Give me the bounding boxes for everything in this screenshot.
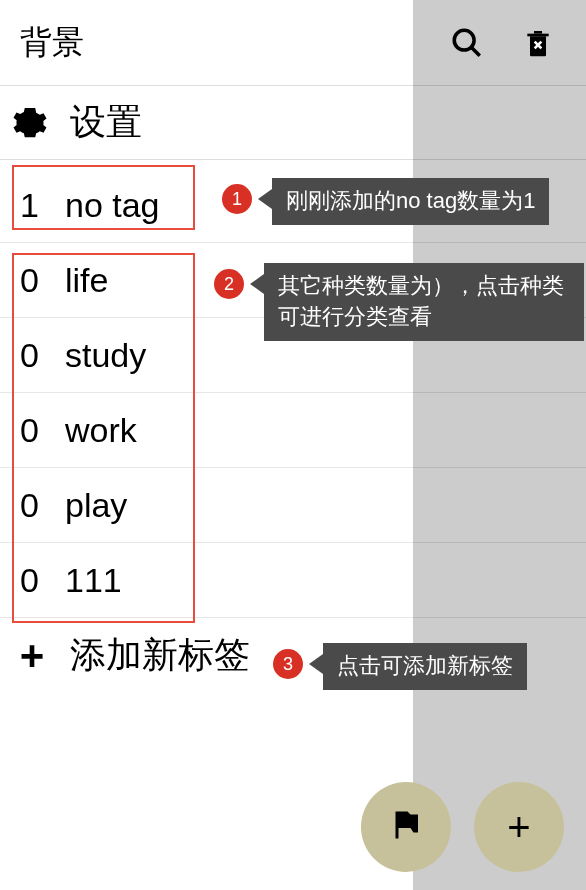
settings-row[interactable]: 设置 [0, 85, 586, 160]
tag-count: 0 [20, 411, 65, 450]
search-icon[interactable] [449, 25, 485, 61]
svg-line-1 [471, 47, 480, 56]
callout-text: 点击可添加新标签 [323, 643, 527, 690]
callout-badge: 3 [273, 649, 303, 679]
callout-arrow [258, 189, 272, 209]
tag-list: 1 no tag 0 life 0 study 0 work 0 play 0 … [0, 160, 586, 618]
tag-count: 1 [20, 186, 65, 225]
tag-row-play[interactable]: 0 play [0, 468, 586, 543]
callout-3: 3 点击可添加新标签 [273, 643, 527, 690]
tag-name: 111 [65, 561, 122, 600]
callout-badge: 2 [214, 269, 244, 299]
tag-count: 0 [20, 486, 65, 525]
fab-add-button[interactable]: + [474, 782, 564, 872]
tag-name: work [65, 411, 137, 450]
callout-arrow [250, 274, 264, 294]
gear-icon [12, 105, 48, 141]
tag-row-111[interactable]: 0 111 [0, 543, 586, 618]
tag-row-work[interactable]: 0 work [0, 393, 586, 468]
svg-point-0 [454, 30, 474, 50]
callout-badge: 1 [222, 184, 252, 214]
flag-icon [388, 807, 424, 847]
page-title: 背景 [20, 21, 84, 65]
callout-2: 2 其它种类数量为），点击种类可进行分类查看 [214, 263, 584, 341]
plus-icon: + [507, 805, 530, 850]
tag-count: 0 [20, 561, 65, 600]
header-actions [449, 0, 586, 85]
tag-count: 0 [20, 261, 65, 300]
callout-text: 其它种类数量为），点击种类可进行分类查看 [264, 263, 584, 341]
tag-name: play [65, 486, 127, 525]
callout-arrow [309, 654, 323, 674]
plus-icon: + [12, 632, 52, 680]
add-tag-label: 添加新标签 [70, 631, 250, 680]
settings-label: 设置 [70, 98, 142, 147]
tag-count: 0 [20, 336, 65, 375]
callout-text: 刚刚添加的no tag数量为1 [272, 178, 549, 225]
delete-icon[interactable] [520, 25, 556, 61]
tag-name: life [65, 261, 108, 300]
app-header: 背景 [0, 0, 586, 85]
callout-1: 1 刚刚添加的no tag数量为1 [222, 178, 549, 225]
fab-flag-button[interactable] [361, 782, 451, 872]
tag-name: study [65, 336, 146, 375]
tag-name: no tag [65, 186, 160, 225]
